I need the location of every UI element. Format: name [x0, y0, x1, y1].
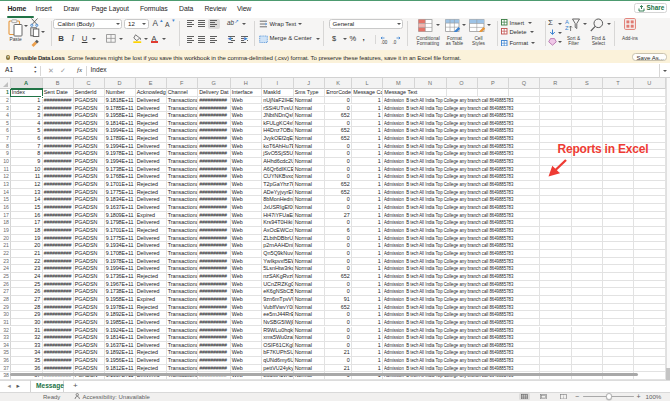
- svg-text:.0: .0: [393, 39, 397, 44]
- svg-text:.00: .00: [381, 39, 388, 44]
- svg-text:A: A: [565, 19, 569, 25]
- svg-text:Z: Z: [565, 25, 569, 31]
